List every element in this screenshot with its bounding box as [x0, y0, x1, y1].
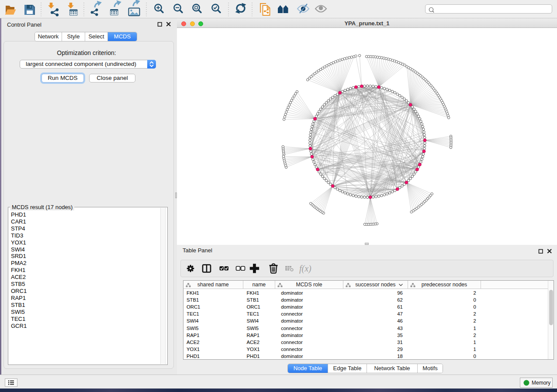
- svg-text:f(x): f(x): [299, 264, 311, 274]
